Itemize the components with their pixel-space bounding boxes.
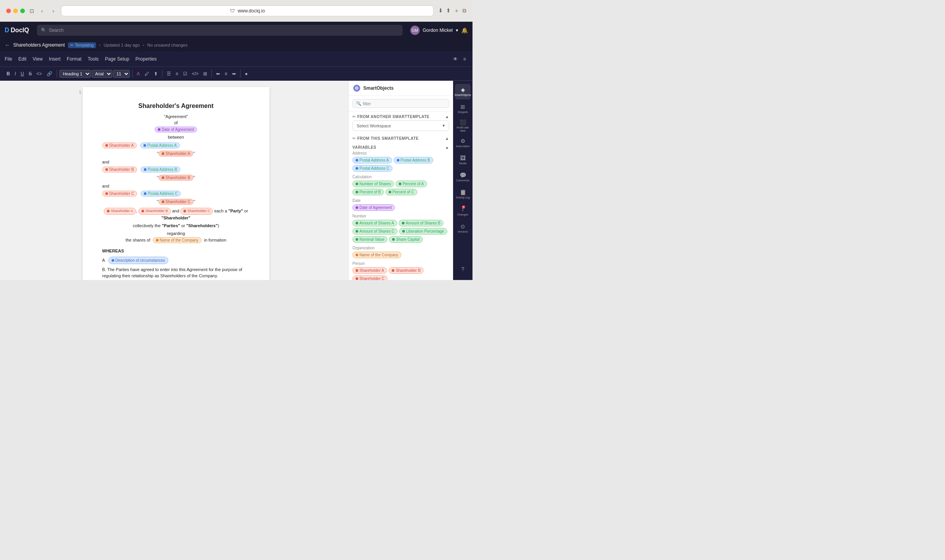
align-left[interactable]: ⬅ bbox=[214, 70, 222, 78]
menu-view[interactable]: View bbox=[33, 56, 43, 62]
var-postal-address-c[interactable]: Postal Address C bbox=[352, 165, 392, 172]
var-amount-shares-b[interactable]: Amount of Shares B bbox=[399, 220, 444, 226]
back-doc-button[interactable]: ← bbox=[5, 42, 10, 48]
menu-file[interactable]: File bbox=[5, 56, 12, 62]
size-select[interactable]: 11 bbox=[113, 70, 130, 78]
user-area: GM Gordon Mickel ▾ 🔔 bbox=[410, 26, 468, 35]
share-icon[interactable]: ⬆ bbox=[446, 7, 451, 14]
align-right[interactable]: ➡ bbox=[230, 70, 238, 78]
minimize-button[interactable] bbox=[13, 9, 18, 13]
eye-icon[interactable]: 👁 bbox=[451, 55, 460, 63]
forward-button[interactable]: › bbox=[50, 7, 57, 15]
shareholder-c-quote-row: "Shareholder C" bbox=[102, 199, 250, 205]
description-tag[interactable]: Description of circumstances bbox=[108, 257, 168, 264]
chevron-vars-icon[interactable]: ▲ bbox=[445, 145, 449, 150]
var-percent-of-c[interactable]: Percent of C bbox=[385, 189, 417, 195]
sha-inline[interactable]: Shareholder A bbox=[104, 208, 136, 215]
postal-address-c-tag[interactable]: Postal Address C bbox=[141, 191, 181, 197]
var-shareholder-c[interactable]: Shareholder C bbox=[352, 275, 387, 280]
italic-button[interactable]: I bbox=[13, 70, 18, 78]
menu-page-setup[interactable]: Page Setup bbox=[105, 56, 129, 62]
search-bar[interactable]: 🔍 Search bbox=[37, 25, 403, 36]
var-percent-of-b[interactable]: Percent of B bbox=[352, 189, 384, 195]
var-amount-shares-c[interactable]: Amount of Shares C bbox=[352, 228, 398, 235]
table-button[interactable]: ⊞ bbox=[201, 70, 209, 78]
main-layout: § Shareholder's Agreement "Agreement" of… bbox=[0, 81, 472, 280]
rail-help[interactable]: ? bbox=[455, 261, 471, 277]
shareholder-b-tag[interactable]: Shareholder B bbox=[102, 167, 137, 172]
var-liberation-percentage[interactable]: Liberation Percentage bbox=[399, 228, 447, 235]
var-postal-address-a[interactable]: Postal Address A bbox=[352, 157, 392, 163]
var-company-name[interactable]: Name of the Company bbox=[352, 252, 401, 258]
menu-icon[interactable]: ≡ bbox=[461, 55, 468, 63]
date-of-agreement-tag[interactable]: Date of Agreement bbox=[155, 127, 197, 132]
shareholder-a-quote-row: "Shareholder A" bbox=[102, 151, 250, 157]
shareholder-b-quote-tag[interactable]: Shareholder B bbox=[159, 175, 194, 181]
var-amount-shares-a[interactable]: Amount of Shares A bbox=[352, 220, 397, 226]
rail-prefill[interactable]: ⬛ Prefill with data bbox=[455, 118, 471, 134]
chevron-another-icon[interactable]: ▲ bbox=[445, 115, 449, 119]
heading-select[interactable]: Heading 1 bbox=[59, 70, 91, 78]
highlight-button[interactable]: 🖊 bbox=[143, 70, 151, 78]
shb-inline[interactable]: Shareholder B bbox=[138, 208, 171, 215]
rail-smartobjects[interactable]: ◈ SmartObjects bbox=[455, 84, 471, 99]
select-workspace-dropdown[interactable]: Select Workspace ▾ bbox=[352, 120, 449, 131]
indent-button[interactable]: ⬆ bbox=[152, 70, 160, 78]
shareholder-a-tag[interactable]: Shareholder A bbox=[102, 143, 137, 148]
bold-button[interactable]: B bbox=[5, 70, 12, 78]
var-nominal-value[interactable]: Nominal Value bbox=[352, 236, 387, 243]
address-bar[interactable]: 🛡 www.dociq.io bbox=[61, 5, 434, 16]
checklist-button[interactable]: ☑ bbox=[181, 70, 189, 78]
close-button[interactable] bbox=[6, 9, 11, 13]
shareholder-c-quote-tag[interactable]: Shareholder C bbox=[159, 199, 194, 205]
postal-address-a-tag[interactable]: Postal Address A bbox=[140, 143, 180, 148]
shareholder-a-quote-tag[interactable]: Shareholder A bbox=[159, 151, 193, 157]
maximize-button[interactable] bbox=[20, 9, 25, 13]
var-postal-address-b[interactable]: Postal Address B bbox=[394, 157, 433, 163]
download-icon[interactable]: ⬇ bbox=[438, 7, 443, 14]
rail-snippets[interactable]: ⊞ Snippets bbox=[455, 101, 471, 117]
var-shareholder-b[interactable]: Shareholder B bbox=[389, 267, 424, 274]
menu-insert[interactable]: Insert bbox=[49, 56, 61, 62]
bell-icon[interactable]: 🔔 bbox=[461, 27, 468, 33]
format-toolbar: B I U S <> 🔗 Heading 1 Arial 11 A 🖊 ⬆ ☰ … bbox=[0, 67, 472, 81]
strikethrough-button[interactable]: S bbox=[27, 70, 34, 78]
numbered-list-button[interactable]: ≡ bbox=[174, 70, 180, 78]
underline-button[interactable]: U bbox=[19, 70, 26, 78]
var-percent-of-a[interactable]: Percent of A bbox=[396, 181, 427, 187]
tabs-icon[interactable]: ⧉ bbox=[462, 7, 466, 14]
filter-input[interactable]: 🔍 filter bbox=[352, 99, 449, 108]
link-button[interactable]: 🔗 bbox=[45, 70, 54, 78]
var-share-capital[interactable]: Share Capital bbox=[389, 236, 423, 243]
new-tab-icon[interactable]: ＋ bbox=[454, 7, 459, 14]
code-block-button[interactable]: </> bbox=[190, 70, 201, 78]
menu-tools[interactable]: Tools bbox=[88, 56, 99, 62]
rail-changes[interactable]: ↕ 8 Changes bbox=[455, 203, 471, 219]
align-center[interactable]: ≡ bbox=[223, 70, 229, 78]
code-button[interactable]: <> bbox=[35, 70, 44, 78]
menu-edit[interactable]: Edit bbox=[18, 56, 26, 62]
text-color-button[interactable]: A bbox=[135, 70, 142, 78]
rail-comments[interactable]: 💬 Comments bbox=[455, 169, 471, 185]
rail-activity-log[interactable]: 📋 Activity Log bbox=[455, 186, 471, 202]
rail-media[interactable]: 🖼 Media bbox=[455, 152, 471, 168]
chevron-this-icon[interactable]: ▲ bbox=[445, 136, 449, 141]
more-format-button[interactable]: ● bbox=[243, 70, 249, 78]
shareholder-c-tag[interactable]: Shareholder C bbox=[102, 191, 137, 197]
menu-format[interactable]: Format bbox=[67, 56, 82, 62]
rail-versions[interactable]: ⊙ Versions bbox=[455, 221, 471, 236]
rail-automation[interactable]: ⚙ Automation bbox=[455, 135, 471, 151]
shc-inline[interactable]: Shareholder C bbox=[180, 208, 213, 215]
bullet-list-button[interactable]: ☰ bbox=[165, 70, 173, 78]
var-shareholder-a[interactable]: Shareholder A bbox=[352, 267, 387, 274]
font-select[interactable]: Arial bbox=[92, 70, 112, 78]
var-date-of-agreement[interactable]: Date of Agreement bbox=[352, 204, 395, 211]
sidebar-toggle[interactable]: ⊡ bbox=[30, 8, 34, 14]
filter-placeholder: filter bbox=[363, 101, 371, 106]
person-group-label: Person bbox=[352, 261, 449, 266]
back-button[interactable]: ‹ bbox=[39, 7, 45, 15]
company-name-tag[interactable]: Name of the Company bbox=[153, 237, 202, 243]
postal-address-b-tag[interactable]: Postal Address B bbox=[141, 167, 180, 172]
var-number-of-shares[interactable]: Number of Shares bbox=[352, 181, 394, 187]
menu-properties[interactable]: Properties bbox=[136, 56, 157, 62]
